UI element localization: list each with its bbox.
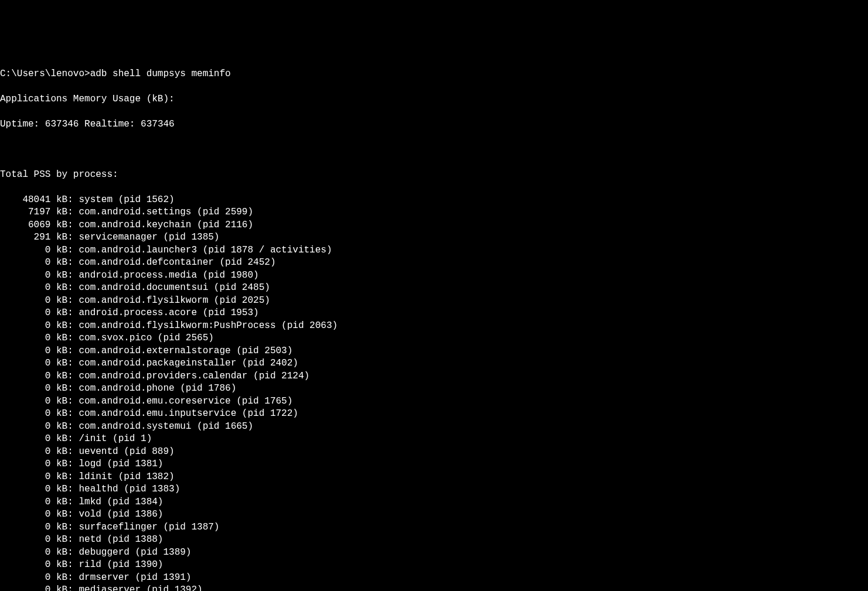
header-line: Applications Memory Usage (kB):: [0, 93, 868, 106]
process-row: 0 kB: healthd (pid 1383): [0, 483, 868, 496]
process-row: 0 kB: com.android.defcontainer (pid 2452…: [0, 257, 868, 269]
process-row: 0 kB: com.svox.pico (pid 2565): [0, 332, 868, 345]
prompt: C:\Users\lenovo>: [0, 69, 90, 79]
terminal-output[interactable]: C:\Users\lenovo>adb shell dumpsys meminf…: [0, 55, 868, 591]
process-row: 0 kB: vold (pid 1386): [0, 508, 868, 521]
process-list: 48041 kB: system (pid 1562) 7197 kB: com…: [0, 194, 868, 592]
process-row: 7197 kB: com.android.settings (pid 2599): [0, 206, 868, 219]
process-row: 0 kB: netd (pid 1388): [0, 534, 868, 546]
process-row: 0 kB: ueventd (pid 889): [0, 446, 868, 459]
process-row: 0 kB: com.android.flysilkworm (pid 2025): [0, 295, 868, 308]
process-row: 291 kB: servicemanager (pid 1385): [0, 231, 868, 244]
command-text: adb shell dumpsys meminfo: [90, 69, 231, 79]
process-row: 0 kB: com.android.emu.coreservice (pid 1…: [0, 395, 868, 408]
process-row: 0 kB: mediaserver (pid 1392): [0, 584, 868, 591]
process-row: 6069 kB: com.android.keychain (pid 2116): [0, 219, 868, 232]
process-row: 0 kB: drmserver (pid 1391): [0, 572, 868, 585]
process-row: 0 kB: com.android.packageinstaller (pid …: [0, 357, 868, 370]
section-header: Total PSS by process:: [0, 169, 868, 182]
process-row: 0 kB: /init (pid 1): [0, 433, 868, 446]
process-row: 0 kB: com.android.launcher3 (pid 1878 / …: [0, 244, 868, 257]
process-row: 48041 kB: system (pid 1562): [0, 194, 868, 207]
process-row: 0 kB: com.android.flysilkworm:PushProces…: [0, 320, 868, 333]
blank-line: [0, 144, 868, 156]
uptime-value: 637346: [45, 119, 79, 129]
process-row: 0 kB: com.android.providers.calendar (pi…: [0, 370, 868, 383]
process-row: 0 kB: com.android.systemui (pid 1665): [0, 421, 868, 433]
realtime-value: 637346: [141, 119, 175, 129]
process-row: 0 kB: logd (pid 1381): [0, 458, 868, 471]
process-row: 0 kB: com.android.emu.inputservice (pid …: [0, 408, 868, 421]
process-row: 0 kB: android.process.media (pid 1980): [0, 269, 868, 282]
process-row: 0 kB: android.process.acore (pid 1953): [0, 307, 868, 320]
process-row: 0 kB: com.android.externalstorage (pid 2…: [0, 345, 868, 358]
process-row: 0 kB: com.android.documentsui (pid 2485): [0, 282, 868, 295]
realtime-label: Realtime:: [84, 119, 135, 129]
process-row: 0 kB: com.android.phone (pid 1786): [0, 382, 868, 395]
process-row: 0 kB: debuggerd (pid 1389): [0, 546, 868, 559]
uptime-line: Uptime: 637346 Realtime: 637346: [0, 118, 868, 131]
uptime-label: Uptime:: [0, 119, 39, 129]
process-row: 0 kB: lmkd (pid 1384): [0, 496, 868, 509]
command-line: C:\Users\lenovo>adb shell dumpsys meminf…: [0, 68, 868, 81]
process-row: 0 kB: rild (pid 1390): [0, 559, 868, 572]
process-row: 0 kB: ldinit (pid 1382): [0, 471, 868, 484]
process-row: 0 kB: surfaceflinger (pid 1387): [0, 521, 868, 534]
